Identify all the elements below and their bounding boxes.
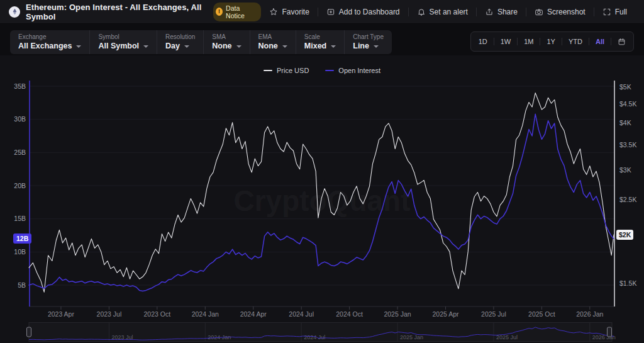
left-axis-tick-label: 35B <box>14 82 26 90</box>
calendar-icon <box>618 38 626 46</box>
legend-open-interest-label: Open Interest <box>338 67 380 74</box>
x-axis-tick-label: 2025 Apr <box>432 310 459 318</box>
ethereum-icon <box>9 6 20 18</box>
right-axis-tick-label: $2.5K <box>619 196 636 203</box>
sma-select[interactable]: SMA None <box>203 30 249 54</box>
fullscreen-button[interactable]: Full <box>594 8 635 16</box>
scale-label: Scale <box>304 33 336 40</box>
range-1w-button[interactable]: 1W <box>494 32 518 51</box>
minimap-tick-label: 2024 Jul <box>304 334 325 340</box>
scale-select[interactable]: Scale Mixed <box>296 30 344 54</box>
right-axis-tick-label: $3K <box>619 166 631 174</box>
page-title: Ethereum: Open Interest - All Exchanges,… <box>26 3 204 21</box>
resolution-select[interactable]: Resolution Day <box>157 30 203 54</box>
x-axis-tick-label: 2023 Oct <box>144 310 171 318</box>
chevron-down-icon <box>374 45 379 48</box>
exchange-value: All Exchanges <box>18 42 72 50</box>
symbol-label: Symbol <box>98 33 148 40</box>
sma-value: None <box>212 42 231 50</box>
minimap-left-handle[interactable] <box>27 327 31 337</box>
x-axis-tick-label: 2025 Jan <box>384 310 411 318</box>
filter-bar: Exchange All Exchanges Symbol All Symbol… <box>10 30 392 54</box>
dashboard-add-icon <box>326 8 335 16</box>
header-title-group: Ethereum: Open Interest - All Exchanges,… <box>9 3 261 21</box>
star-icon <box>269 8 278 16</box>
ema-label: EMA <box>258 33 287 40</box>
exchange-label: Exchange <box>18 33 81 40</box>
ema-select[interactable]: EMA None <box>250 30 296 54</box>
chart-legend: Price USD Open Interest <box>264 67 380 74</box>
chevron-down-icon <box>76 45 81 48</box>
sma-label: SMA <box>212 33 241 40</box>
data-notice-label: Data Notice <box>226 4 255 20</box>
share-label: Share <box>497 8 518 16</box>
share-icon <box>485 8 494 16</box>
favorite-label: Favorite <box>282 8 309 16</box>
exchange-select[interactable]: Exchange All Exchanges <box>10 30 89 54</box>
scale-value: Mixed <box>304 42 326 50</box>
toolbar: Exchange All Exchanges Symbol All Symbol… <box>10 30 634 54</box>
x-axis-tick-label: 2025 Oct <box>528 310 555 318</box>
x-axis-tick-label: 2024 Jan <box>192 310 219 318</box>
warning-icon: ! <box>216 8 223 16</box>
right-axis-tick-label: $4K <box>619 119 631 127</box>
price-current-badge: $2K <box>616 230 633 240</box>
data-notice-badge[interactable]: ! Data Notice <box>213 3 261 21</box>
left-axis-tick-label: 20B <box>14 182 26 189</box>
add-to-dashboard-button[interactable]: Add to Dashboard <box>318 8 408 16</box>
range-1y-button[interactable]: 1Y <box>540 32 561 51</box>
x-axis-tick-label: 2023 Apr <box>48 310 75 318</box>
range-1d-button[interactable]: 1D <box>472 32 494 51</box>
chart-type-select[interactable]: Chart Type Line <box>344 30 392 54</box>
right-axis-tick-label: $1.5K <box>619 279 636 287</box>
favorite-button[interactable]: Favorite <box>261 8 317 16</box>
legend-price-label: Price USD <box>277 67 309 74</box>
left-axis-tick-label: 25B <box>14 149 26 156</box>
set-alert-button[interactable]: Set an alert <box>408 8 476 16</box>
chevron-down-icon <box>282 45 287 48</box>
price-line-swatch <box>264 70 272 71</box>
screenshot-label: Screenshot <box>547 8 586 16</box>
watermark: CryptoQuant <box>233 184 410 217</box>
x-axis-tick-label: 2023 Jul <box>97 310 122 318</box>
chevron-down-icon <box>236 45 242 48</box>
set-alert-label: Set an alert <box>430 8 468 16</box>
legend-item-price[interactable]: Price USD <box>264 67 309 74</box>
open-interest-current-badge: 12B <box>13 233 31 244</box>
range-ytd-button[interactable]: YTD <box>562 32 589 51</box>
chevron-down-icon <box>143 45 148 48</box>
left-axis-tick-label: 10B <box>14 248 26 256</box>
header-bar: Ethereum: Open Interest - All Exchanges,… <box>0 0 644 24</box>
left-axis-tick-label: 15B <box>14 215 26 222</box>
symbol-value: All Symbol <box>98 42 139 50</box>
screenshot-button[interactable]: Screenshot <box>526 8 594 16</box>
right-axis-tick-label: $4.5K <box>619 100 636 108</box>
range-all-button[interactable]: All <box>589 32 611 51</box>
bell-icon <box>417 8 426 16</box>
chart-type-value: Line <box>353 42 369 50</box>
chevron-down-icon <box>331 45 336 48</box>
left-axis-tick-label: 30B <box>14 115 26 123</box>
resolution-value: Day <box>165 42 180 50</box>
right-axis-tick-label: $5K <box>619 83 631 91</box>
symbol-select[interactable]: Symbol All Symbol <box>89 30 157 54</box>
open-interest-line-swatch <box>325 70 334 71</box>
range-1m-button[interactable]: 1M <box>518 32 540 51</box>
x-axis-tick-label: 2024 Jul <box>289 310 314 318</box>
x-axis-tick-label: 2026 Jan <box>576 310 603 318</box>
minimap-right-handle[interactable] <box>608 327 612 337</box>
calendar-button[interactable] <box>611 32 632 51</box>
main-chart[interactable]: CryptoQuant2023 Apr2023 Jul2023 Oct2024 … <box>0 60 644 321</box>
camera-icon <box>535 8 543 16</box>
left-axis-tick-label: 5B <box>18 281 26 289</box>
minimap-scrollbar[interactable]: 2023 Jul2024 Jan2024 Jul2025 Jan2025 Jul… <box>0 322 644 342</box>
right-axis-tick-label: $3.5K <box>619 141 636 149</box>
timerange-selector: 1D 1W 1M 1Y YTD All <box>470 31 634 52</box>
x-axis-tick-label: 2024 Apr <box>240 310 267 318</box>
ema-value: None <box>258 42 278 50</box>
chevron-down-icon <box>184 45 189 48</box>
chart-type-label: Chart Type <box>353 33 384 40</box>
legend-item-open-interest[interactable]: Open Interest <box>325 67 380 74</box>
share-button[interactable]: Share <box>476 8 526 16</box>
fullscreen-label: Full <box>615 8 627 16</box>
